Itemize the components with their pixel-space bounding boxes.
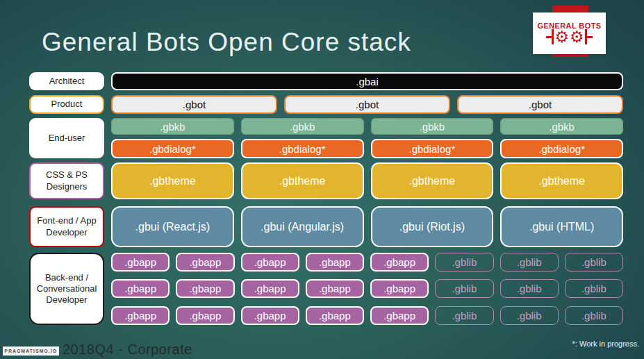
gbui-row: .gbui (React.js) .gbui (Angular.js) .gbu…	[111, 206, 623, 247]
gbot-box: .gbot	[284, 95, 450, 114]
gbkb-box: .gbkb	[241, 118, 364, 135]
backend-row-2: .gbapp .gbapp .gbapp .gbapp .gbapp .gbli…	[111, 279, 623, 298]
backend-row-1: .gbapp .gbapp .gbapp .gbapp .gbapp .gbli…	[111, 253, 623, 272]
page-title: General Bots Open Core stack	[42, 28, 411, 57]
gbapp-box: .gbapp	[306, 306, 364, 325]
gears-icon: ⚙ ⚙	[552, 28, 586, 45]
gbot-box: .gbot	[457, 95, 623, 114]
gbdialog-box: .gbdialog*	[241, 139, 364, 158]
gbapp-box: .gbapp	[176, 279, 234, 298]
gbtheme-box: .gbtheme	[500, 162, 623, 199]
gbdialog-box: .gbdialog*	[371, 139, 494, 158]
gbapp-box: .gbapp	[111, 253, 170, 272]
gbkb-box: .gbkb	[500, 118, 623, 135]
gbapp-box: .gbapp	[370, 306, 429, 325]
gear-axle-left	[552, 29, 554, 44]
gbai-box: .gbai	[111, 72, 623, 90]
gblib-box: .gblib	[500, 279, 559, 298]
gbui-riot-box: .gbui (Riot.js)	[371, 206, 494, 247]
gbapp-box: .gbapp	[370, 253, 429, 272]
gbui-html-box: .gbui (HTML)	[500, 206, 623, 247]
gblib-box: .gblib	[565, 253, 623, 272]
role-label-frontend-app-developer: Font-end / App Developer	[29, 206, 104, 247]
slide-footer-label: 2018Q4 - Corporate	[63, 342, 192, 358]
gbkb-row: .gbkb .gbkb .gbkb .gbkb	[111, 118, 623, 135]
gbkb-box: .gbkb	[371, 118, 494, 135]
gbapp-box: .gbapp	[370, 279, 429, 298]
gblib-box: .gblib	[500, 253, 559, 272]
work-in-progress-note: *: Work in progress.	[572, 340, 639, 348]
slide: General Bots Open Core stack GENERAL BOT…	[0, 0, 644, 359]
gear-icon: ⚙	[554, 28, 569, 45]
general-bots-logo: GENERAL BOTS ⚙ ⚙	[533, 12, 606, 54]
role-label-end-user: End-user	[29, 118, 104, 158]
role-label-backend-conversational-developer: Back-end / Conversational Developer	[29, 253, 104, 325]
role-label-product: Product	[29, 95, 104, 114]
gbdialog-row: .gbdialog* .gbdialog* .gbdialog* .gbdial…	[111, 139, 623, 158]
gblib-box: .gblib	[435, 253, 493, 272]
gblib-box: .gblib	[565, 279, 623, 298]
gear-icon: ⚙	[570, 28, 584, 45]
gbapp-box: .gbapp	[241, 306, 299, 325]
gear-axle-right	[585, 29, 587, 44]
gblib-box: .gblib	[435, 279, 493, 298]
gbapp-box: .gbapp	[111, 306, 170, 325]
gbapp-box: .gbapp	[306, 279, 364, 298]
gbot-row: .gbot .gbot .gbot	[111, 95, 623, 114]
role-label-architect: Architect	[29, 72, 104, 90]
gbtheme-box: .gbtheme	[371, 162, 494, 199]
gbapp-box: .gbapp	[241, 279, 299, 298]
gblib-box: .gblib	[500, 306, 559, 325]
gbdialog-box: .gbdialog*	[500, 139, 623, 158]
gbapp-box: .gbapp	[176, 253, 234, 272]
gbtheme-box: .gbtheme	[111, 162, 234, 199]
gbtheme-row: .gbtheme .gbtheme .gbtheme .gbtheme	[111, 162, 623, 199]
gbapp-box: .gbapp	[176, 306, 234, 325]
gbapp-box: .gbapp	[306, 253, 364, 272]
gbapp-box: .gbapp	[111, 279, 170, 298]
pragmatismo-brand-tag: PRAGMATISMO.IO	[3, 347, 59, 356]
gbtheme-box: .gbtheme	[241, 162, 364, 199]
backend-row-3: .gbapp .gbapp .gbapp .gbapp .gbapp .gbli…	[111, 306, 623, 325]
gblib-box: .gblib	[435, 306, 493, 325]
gbui-angular-box: .gbui (Angular.js)	[241, 206, 364, 247]
gbapp-box: .gbapp	[241, 253, 299, 272]
gbkb-box: .gbkb	[111, 118, 234, 135]
gbui-react-box: .gbui (React.js)	[111, 206, 234, 247]
gblib-box: .gblib	[565, 306, 623, 325]
role-label-css-ps-designers: CSS & PS Designers	[29, 162, 104, 199]
gbot-box: .gbot	[111, 95, 277, 114]
gbdialog-box: .gbdialog*	[111, 139, 234, 158]
